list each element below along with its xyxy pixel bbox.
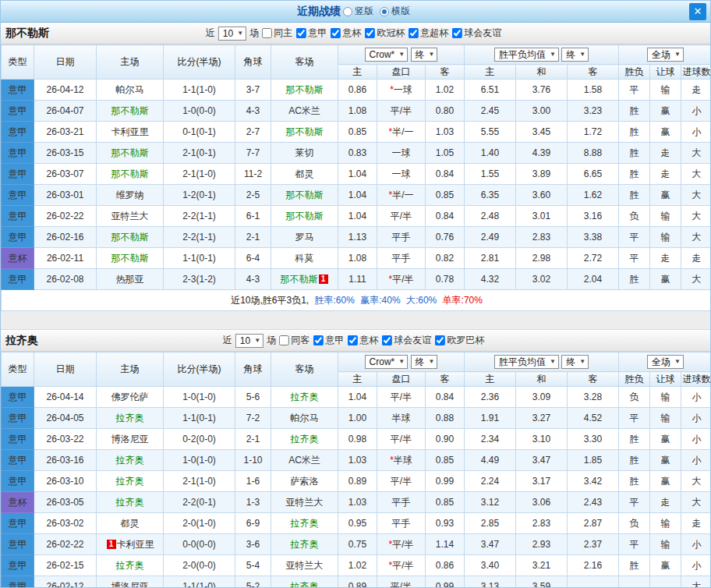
score-cell: 2-3(1-2): [164, 269, 235, 290]
match-count-dropdown[interactable]: 10▼: [218, 27, 246, 41]
close-icon[interactable]: ✕: [689, 3, 706, 20]
team-label: 罗马: [295, 232, 314, 243]
stats-summary: 近10场,胜6平3负1, 胜率:60% 赢率:40% 大:60% 单率:70%: [2, 290, 711, 311]
result-handicap-cell: 赢: [650, 101, 681, 122]
filter-checkbox[interactable]: [382, 335, 392, 345]
radio-vertical-layout[interactable]: [343, 7, 352, 16]
chevron-down-icon: ▼: [237, 28, 243, 39]
avg-odds-dropdown[interactable]: 胜平负均值▼: [494, 355, 559, 369]
score-cell: 2-1(1-0): [164, 164, 235, 185]
handicap-line-cell: *平/半: [377, 534, 426, 555]
avg-draw-odds-cell: 4.39: [516, 143, 568, 164]
odds-final-value: 终: [416, 356, 425, 367]
handicap-away-odds-cell: 0.80: [426, 101, 465, 122]
avg-draw-odds-cell: 3.47: [516, 450, 568, 471]
match-count-dropdown[interactable]: 10▼: [235, 334, 264, 348]
result-goals-cell: 小: [681, 534, 711, 555]
team-label: 拉齐奥: [291, 539, 319, 550]
fulltime-dropdown[interactable]: 全场▼: [647, 48, 684, 62]
team-label: 都灵: [121, 518, 140, 529]
result-wdl-cell: 胜: [619, 164, 650, 185]
odds-final-dropdown[interactable]: 终▼: [411, 48, 438, 62]
odds-final-dropdown[interactable]: 终▼: [411, 355, 438, 369]
competition-cell: 意甲: [2, 269, 34, 290]
filter-checkbox[interactable]: [331, 28, 341, 38]
filter-checkbox[interactable]: [409, 28, 419, 38]
avg-away-odds-cell: 4.52: [568, 408, 619, 429]
handicap-away-odds-cell: 0.90: [426, 429, 465, 450]
summary-segment: 大:60%: [404, 295, 437, 306]
competition-filter[interactable]: 意杯: [348, 334, 378, 347]
competition-cell: 意甲: [2, 471, 34, 492]
home-team-cell: 拉齐奥: [97, 492, 164, 513]
avg-odds-dropdown[interactable]: 胜平负均值▼: [494, 48, 559, 62]
filter-checkbox[interactable]: [313, 335, 324, 345]
team-label: 那不勒斯: [111, 232, 149, 243]
odds-source-dropdown[interactable]: Crow*▼: [365, 355, 409, 369]
filter-checkbox[interactable]: [365, 28, 375, 38]
result-handicap-cell: 走: [650, 492, 681, 513]
fulltime-dropdown[interactable]: 全场▼: [647, 355, 684, 369]
avg-final-dropdown[interactable]: 终▼: [561, 48, 589, 62]
match-row: 意甲 26-03-22 博洛尼亚 0-2(0-0) 2-1 拉齐奥 0.98 平…: [2, 429, 711, 450]
handicap-home-odds-cell: 0.75: [338, 534, 377, 555]
handicap-line-cell: 平手: [377, 227, 426, 248]
competition-filter[interactable]: 意超杯: [409, 27, 448, 40]
avg-final-dropdown[interactable]: 终▼: [561, 355, 589, 369]
avg-away-odds-cell: 2.16: [568, 555, 619, 576]
handicap-line-cell: *半/一: [377, 185, 426, 206]
home-team-cell: 那不勒斯: [97, 164, 164, 185]
filter-checkbox[interactable]: [348, 335, 358, 345]
away-team-cell: 莱切: [271, 143, 338, 164]
competition-filter[interactable]: 同主: [262, 27, 292, 40]
filter-label: 意甲: [308, 27, 327, 40]
competition-filter[interactable]: 球会友谊: [452, 27, 501, 40]
napoli-matches-table: 类型 日期 主场 比分(半场) 角球 客场 Crow*▼ 终▼ 胜平负均值▼ 终…: [1, 44, 711, 311]
home-team-cell: 1卡利亚里: [97, 534, 164, 555]
radio-horizontal-label[interactable]: 横版: [391, 5, 410, 18]
summary-segment: 胜率:60%: [315, 295, 355, 306]
filter-checkbox[interactable]: [262, 28, 272, 38]
result-handicap-cell: 输: [650, 513, 681, 534]
result-handicap-cell: 赢: [650, 429, 681, 450]
competition-filter[interactable]: 欧冠杯: [365, 27, 405, 40]
handicap-away-odds-cell: 1.02: [426, 80, 465, 101]
filter-checkbox[interactable]: [279, 335, 289, 345]
competition-filter[interactable]: 意杯: [331, 27, 361, 40]
avg-draw-odds-cell: 2.83: [516, 513, 568, 534]
competition-cell: 意甲: [2, 101, 34, 122]
away-team-cell: 那不勒斯: [271, 206, 338, 227]
team-label: 那不勒斯: [111, 147, 149, 158]
col-result-handicap: 让球: [650, 372, 681, 387]
corner-cell: 1-6: [235, 471, 271, 492]
result-handicap-cell: 输: [650, 227, 681, 248]
avg-draw-odds-cell: 3.27: [516, 408, 568, 429]
odds-source-dropdown[interactable]: Crow*▼: [365, 48, 409, 62]
avg-home-odds-cell: 4.32: [465, 269, 516, 290]
competition-filter[interactable]: 意甲: [313, 334, 344, 347]
competition-filter[interactable]: 欧罗巴杯: [435, 334, 484, 347]
filter-label: 意超杯: [420, 27, 448, 40]
result-goals-cell: 小: [681, 101, 711, 122]
filter-checkbox[interactable]: [296, 28, 306, 38]
date-cell: 26-04-14: [34, 387, 97, 408]
team-label: 拉齐奥: [291, 391, 319, 402]
competition-filter[interactable]: 意甲: [296, 27, 327, 40]
match-row: 意杯 26-02-11 那不勒斯 1-1(0-1) 6-4 科莫 1.08 平手…: [2, 248, 711, 269]
filter-checkbox[interactable]: [435, 335, 445, 345]
team-name: 拉齐奥: [1, 334, 38, 348]
team-label: 热那亚: [116, 274, 144, 285]
avg-away-odds-cell: 2.72: [568, 248, 619, 269]
team-label: 维罗纳: [116, 190, 144, 200]
filter-checkbox[interactable]: [452, 28, 462, 38]
result-wdl-cell: 负: [619, 387, 650, 408]
radio-vertical-label[interactable]: 竖版: [355, 5, 373, 18]
radio-horizontal-layout[interactable]: [380, 7, 389, 16]
competition-cell: 意甲: [2, 185, 34, 206]
competition-filter[interactable]: 球会友谊: [382, 334, 431, 347]
avg-draw-odds-cell: 2.98: [516, 248, 568, 269]
score-cell: 2-1(0-1): [164, 143, 235, 164]
handicap-home-odds-cell: 1.00: [338, 408, 377, 429]
competition-filter[interactable]: 同客: [279, 334, 310, 347]
col-result-goals: 进球数: [681, 372, 711, 387]
